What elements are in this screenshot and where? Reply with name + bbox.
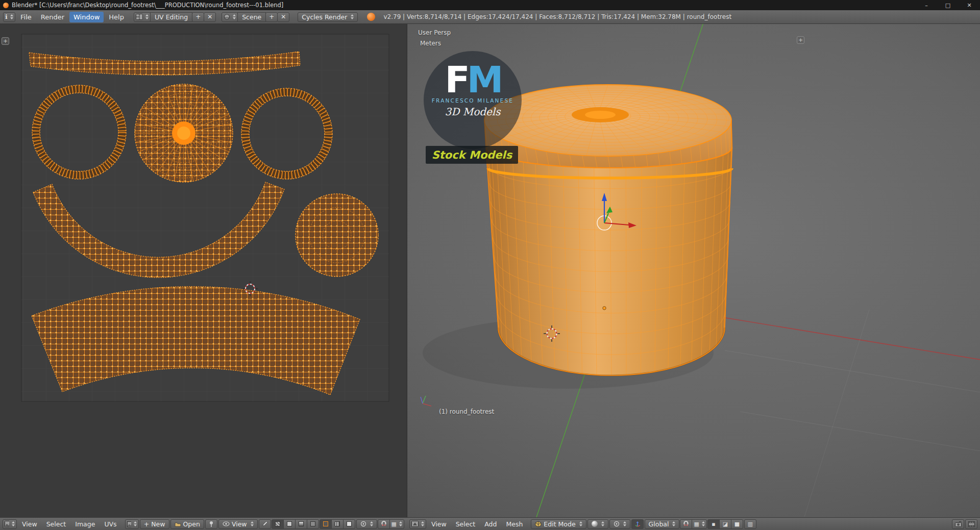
limit-to-visible-button[interactable]: ▥ <box>744 519 756 529</box>
pivot-center-dropdown[interactable] <box>609 519 630 529</box>
channel-alpha-button[interactable] <box>295 519 307 529</box>
select-mode-buttons: ▪ ◪ ■ <box>708 519 743 529</box>
browse-image-button[interactable] <box>125 519 139 529</box>
uv-snap-buttons: ▦ <box>378 519 404 529</box>
magnet-icon <box>683 521 689 527</box>
mode-dropdown[interactable]: Edit Mode <box>531 519 586 529</box>
open-image-button[interactable]: Open <box>170 519 204 529</box>
menu-select[interactable]: Select <box>42 519 70 529</box>
render-animation-button[interactable] <box>965 519 977 529</box>
updown-arrows-icon <box>10 14 13 19</box>
browse-layout-button[interactable] <box>134 12 151 22</box>
delete-layout-button[interactable]: ✕ <box>204 12 216 22</box>
uv-canvas[interactable] <box>0 24 407 517</box>
menu-select[interactable]: Select <box>452 519 480 529</box>
add-scene-button[interactable]: + <box>265 12 278 22</box>
updown-arrows-icon <box>351 14 354 19</box>
orientation-label: Global <box>649 520 669 528</box>
close-button[interactable]: ✕ <box>959 0 980 10</box>
draw-white-button[interactable] <box>343 519 355 529</box>
menu-image[interactable]: Image <box>71 519 99 529</box>
fm-initials: FM <box>424 62 522 97</box>
pin-icon <box>209 521 214 527</box>
active-object-label: (1) round_footrest <box>439 408 494 415</box>
edge-select-icon: ◪ <box>723 521 728 527</box>
editor-type-button[interactable] <box>409 519 426 529</box>
maximize-button[interactable]: □ <box>937 0 959 10</box>
snap-element-dropdown[interactable]: ▦ <box>692 519 706 529</box>
delete-scene-button[interactable]: ✕ <box>277 12 289 22</box>
uv-island-bottom-cap[interactable] <box>296 194 378 276</box>
editor-type-info-button[interactable]: ℹ <box>3 12 15 22</box>
snap-element-button[interactable]: ▦ <box>389 519 404 529</box>
channel-color-alpha-button[interactable] <box>272 519 284 529</box>
render-still-button[interactable] <box>952 519 964 529</box>
uv-mode-label: View <box>232 520 247 528</box>
updown-arrows-icon <box>421 521 424 526</box>
window-titlebar: Blender* [C:\Users\franc\Desktop\round_f… <box>0 0 980 10</box>
grid-line <box>740 412 980 451</box>
snap-magnet-button[interactable] <box>378 519 390 529</box>
image-icon <box>127 521 131 527</box>
scene-icon <box>224 14 230 20</box>
editor-type-button[interactable] <box>3 519 17 529</box>
minimize-button[interactable]: – <box>916 0 937 10</box>
manipulator-toggle-button[interactable] <box>631 519 644 529</box>
manipulator-axis-icon <box>634 521 641 527</box>
updown-arrows-icon <box>672 521 675 526</box>
face-select-button[interactable]: ■ <box>731 519 743 529</box>
menu-view[interactable]: View <box>427 519 451 529</box>
pin-button[interactable] <box>205 519 217 529</box>
snap-increment-icon: ▦ <box>694 521 699 527</box>
updown-arrows-icon <box>579 521 582 526</box>
browse-scene-button[interactable] <box>222 12 238 22</box>
uv-mode-dropdown[interactable]: View <box>218 519 258 529</box>
updown-arrows-icon <box>251 521 254 526</box>
film-icon <box>968 521 975 527</box>
engine-label: Cycles Render <box>302 13 347 21</box>
occlude-geometry-icon: ▥ <box>748 521 753 527</box>
region-expand-icon[interactable]: + <box>2 37 9 45</box>
scene-name-field[interactable]: Scene <box>237 12 266 22</box>
menu-uvs[interactable]: UVs <box>100 519 120 529</box>
menu-help[interactable]: Help <box>105 12 128 22</box>
snap-buttons: ▦ <box>680 519 706 529</box>
orientation-dropdown[interactable]: Global <box>645 519 680 529</box>
menu-render[interactable]: Render <box>37 12 68 22</box>
menu-mesh[interactable]: Mesh <box>502 519 527 529</box>
viewport-3d-icon <box>411 521 419 527</box>
updown-arrows-icon <box>233 14 236 19</box>
scene-widget: Scene + ✕ <box>222 12 289 22</box>
mini-axis-gizmo <box>421 396 431 406</box>
snap-magnet-button[interactable] <box>680 519 692 529</box>
pivot-icon <box>614 521 620 527</box>
uv-image-editor[interactable]: + <box>0 24 407 517</box>
camera-icon <box>955 521 962 527</box>
vertex-select-button[interactable]: ▪ <box>707 519 720 529</box>
channel-z-button[interactable] <box>307 519 319 529</box>
units-label: Meters <box>420 40 441 47</box>
channel-color-button[interactable] <box>283 519 296 529</box>
fm-tagline: 3D Models <box>424 106 522 118</box>
menu-add[interactable]: Add <box>480 519 501 529</box>
menu-file[interactable]: File <box>16 12 36 22</box>
viewport-shading-dropdown[interactable] <box>587 519 608 529</box>
x-axis-line <box>719 317 980 360</box>
mode-label: Edit Mode <box>544 520 575 528</box>
viewport-3d[interactable]: + <box>407 24 980 517</box>
proportional-edit-dropdown[interactable] <box>356 519 377 529</box>
uv-pencil-button[interactable] <box>259 519 271 529</box>
edge-select-button[interactable]: ◪ <box>719 519 731 529</box>
layout-name-field[interactable]: UV Editing <box>150 12 192 22</box>
add-layout-button[interactable]: + <box>192 12 204 22</box>
draw-outline-button[interactable] <box>320 519 332 529</box>
menu-view[interactable]: View <box>18 519 41 529</box>
stock-models-banner: Stock Models <box>426 146 518 164</box>
uv-disc-center-highlight <box>177 127 190 140</box>
new-image-button[interactable]: + New <box>140 519 169 529</box>
region-expand-icon[interactable]: + <box>797 36 804 44</box>
draw-dash-button[interactable] <box>331 519 344 529</box>
menu-window[interactable]: Window <box>69 12 104 22</box>
pencil-icon <box>262 521 268 527</box>
render-engine-dropdown[interactable]: Cycles Render <box>298 12 358 22</box>
